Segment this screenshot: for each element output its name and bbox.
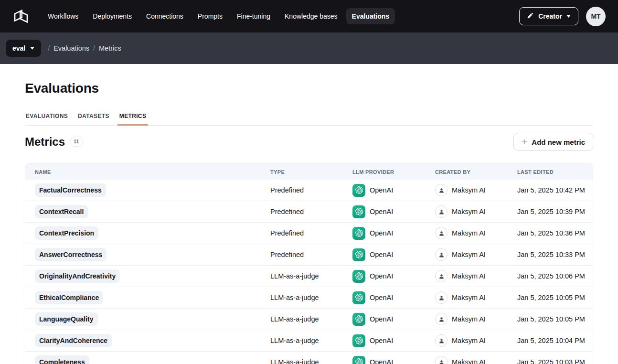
creator-name: Maksym AI	[452, 315, 486, 323]
nav-item-deployments[interactable]: Deployments	[87, 8, 138, 24]
metric-type: Predefined	[270, 208, 352, 215]
provider-name: OpenAI	[370, 186, 393, 194]
project-selector-dropdown[interactable]: eval	[6, 40, 41, 57]
table-body: FactualCorrectness Predefined OpenAI Mak…	[25, 180, 593, 364]
last-edited-cell: Jan 5, 2025 10:33 PM	[517, 251, 593, 258]
column-header-name: NAME	[35, 169, 270, 175]
last-edited-cell: Jan 5, 2025 10:03 PM	[517, 358, 593, 364]
user-avatar[interactable]: MT	[586, 7, 606, 26]
llm-provider-cell: OpenAI	[352, 270, 435, 283]
add-button-label: Add new metric	[532, 138, 585, 146]
created-by-cell: Maksym AI	[435, 248, 517, 261]
nav-right-controls: Creator MT	[519, 7, 606, 26]
llm-provider-cell: OpenAI	[352, 227, 435, 240]
metric-name-chip[interactable]: Completeness	[35, 355, 89, 364]
table-row[interactable]: EthicalCompliance LLM-as-a-judge OpenAI …	[25, 287, 593, 309]
nav-item-knowledge-bases[interactable]: Knowledge bases	[279, 8, 343, 24]
main-nav: Workflows Deployments Connections Prompt…	[42, 8, 519, 24]
table-row[interactable]: ContextPrecision Predefined OpenAI Maksy…	[25, 223, 593, 244]
table-row[interactable]: OriginalityAndCreativity LLM-as-a-judge …	[25, 266, 593, 287]
llm-provider-cell: OpenAI	[352, 313, 435, 326]
created-by-cell: Maksym AI	[435, 227, 517, 239]
openai-icon	[352, 313, 365, 326]
breadcrumb-separator: /	[48, 44, 50, 52]
created-by-cell: Maksym AI	[435, 205, 517, 218]
person-icon	[435, 313, 448, 325]
last-edited-cell: Jan 5, 2025 10:06 PM	[517, 272, 593, 280]
column-header-last-edited: LAST EDITED	[517, 169, 593, 175]
last-edited-cell: Jan 5, 2025 10:04 PM	[517, 337, 593, 344]
metric-name-chip[interactable]: ContextPrecision	[35, 226, 98, 240]
metric-type: Predefined	[270, 186, 352, 194]
created-by-cell: Maksym AI	[435, 356, 517, 364]
breadcrumb-item-evaluations[interactable]: Evaluations	[53, 44, 89, 52]
breadcrumb-separator: /	[93, 44, 95, 52]
llm-provider-cell: OpenAI	[352, 184, 435, 197]
openai-icon	[352, 291, 365, 304]
table-row[interactable]: AnswerCorrectness Predefined OpenAI Maks…	[25, 244, 593, 266]
main-content: Evaluations EVALUATIONS DATASETS METRICS…	[0, 81, 618, 364]
nav-item-connections[interactable]: Connections	[140, 8, 189, 24]
app-logo-icon[interactable]	[11, 7, 31, 26]
person-icon	[435, 334, 448, 347]
created-by-cell: Maksym AI	[435, 313, 517, 325]
table-row[interactable]: LanguageQuality LLM-as-a-judge OpenAI Ma…	[25, 309, 593, 330]
creator-name: Maksym AI	[452, 251, 486, 258]
metric-type: LLM-as-a-judge	[270, 315, 352, 323]
metric-type: LLM-as-a-judge	[270, 272, 352, 280]
creator-mode-button[interactable]: Creator	[519, 7, 578, 25]
metric-name-chip[interactable]: ContextRecall	[35, 205, 88, 218]
section-title: Metrics	[25, 135, 65, 149]
creator-name: Maksym AI	[452, 186, 486, 194]
provider-name: OpenAI	[370, 272, 393, 280]
nav-item-evaluations[interactable]: Evaluations	[346, 8, 395, 24]
column-header-llm-provider: LLM PROVIDER	[352, 169, 435, 175]
person-icon	[435, 356, 448, 364]
tab-datasets[interactable]: DATASETS	[77, 111, 110, 125]
person-icon	[435, 205, 448, 218]
provider-name: OpenAI	[370, 337, 393, 344]
metric-name-chip[interactable]: FactualCorrectness	[35, 183, 106, 197]
last-edited-cell: Jan 5, 2025 10:39 PM	[517, 208, 593, 215]
metric-type: Predefined	[270, 251, 352, 258]
tab-metrics[interactable]: METRICS	[118, 111, 147, 125]
pencil-icon	[527, 12, 534, 21]
llm-provider-cell: OpenAI	[352, 356, 435, 364]
chevron-down-icon	[566, 15, 571, 18]
metric-name-chip[interactable]: EthicalCompliance	[35, 291, 103, 304]
column-header-created-by: CREATED BY	[435, 169, 517, 175]
openai-icon	[352, 205, 365, 218]
table-row[interactable]: FactualCorrectness Predefined OpenAI Mak…	[25, 180, 593, 201]
breadcrumb: / Evaluations / Metrics	[48, 44, 121, 52]
metric-type: LLM-as-a-judge	[270, 337, 352, 344]
nav-item-fine-tuning[interactable]: Fine-tuning	[231, 8, 276, 24]
table-row[interactable]: ClarityAndCoherence LLM-as-a-judge OpenA…	[25, 330, 593, 352]
breadcrumb-item-metrics[interactable]: Metrics	[99, 44, 121, 52]
creator-name: Maksym AI	[452, 229, 486, 237]
metric-type: LLM-as-a-judge	[270, 294, 352, 301]
add-new-metric-button[interactable]: + Add new metric	[513, 133, 593, 151]
metric-name-chip[interactable]: ClarityAndCoherence	[35, 334, 112, 347]
provider-name: OpenAI	[370, 315, 393, 323]
metric-name-chip[interactable]: OriginalityAndCreativity	[35, 269, 120, 283]
created-by-cell: Maksym AI	[435, 291, 517, 304]
openai-icon	[352, 248, 365, 261]
plus-icon: +	[522, 137, 527, 147]
page-title: Evaluations	[25, 81, 593, 96]
person-icon	[435, 227, 448, 239]
creator-name: Maksym AI	[452, 272, 486, 280]
openai-icon	[352, 184, 365, 197]
llm-provider-cell: OpenAI	[352, 248, 435, 261]
nav-item-prompts[interactable]: Prompts	[192, 8, 228, 24]
table-row[interactable]: ContextRecall Predefined OpenAI Maksym A…	[25, 201, 593, 223]
table-row[interactable]: Completeness LLM-as-a-judge OpenAI Maksy…	[25, 352, 593, 364]
nav-item-workflows[interactable]: Workflows	[42, 8, 84, 24]
breadcrumb-bar: eval / Evaluations / Metrics	[0, 32, 618, 64]
column-header-type: TYPE	[270, 169, 352, 175]
metric-name-chip[interactable]: AnswerCorrectness	[35, 248, 107, 261]
creator-name: Maksym AI	[452, 208, 486, 215]
tab-evaluations[interactable]: EVALUATIONS	[25, 111, 69, 125]
metric-type: Predefined	[270, 229, 352, 237]
metric-name-chip[interactable]: LanguageQuality	[35, 312, 98, 326]
llm-provider-cell: OpenAI	[352, 205, 435, 218]
